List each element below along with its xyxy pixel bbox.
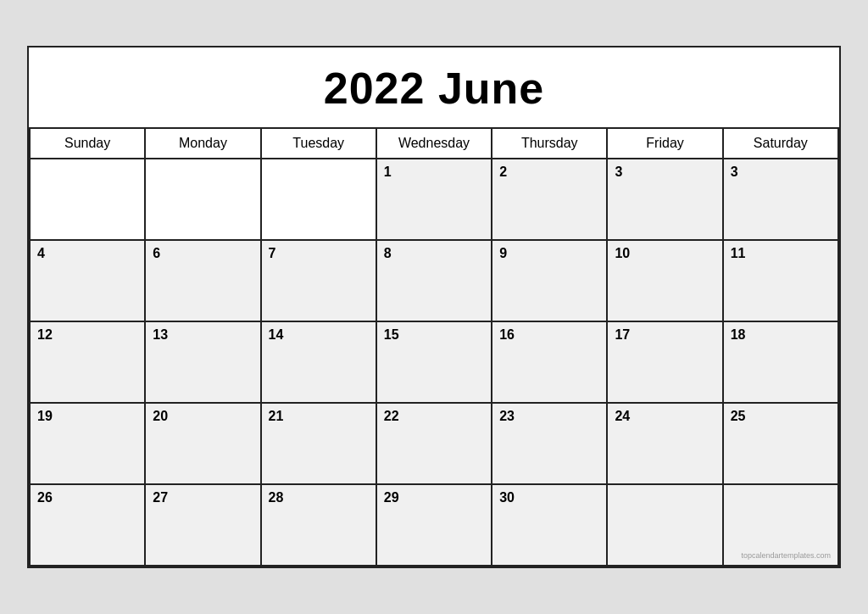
day-number: 3 [731,165,738,179]
day-number: 14 [269,327,284,342]
day-cell [146,159,261,241]
day-cell: 1 [377,159,492,241]
day-header-tuesday: Tuesday [262,129,377,159]
day-header-friday: Friday [608,129,723,159]
day-cell: 17 [608,322,723,404]
day-cell: 2 [492,159,608,241]
calendar: 2022 June SundayMondayTuesdayWednesdayTh… [27,46,841,568]
day-number: 28 [269,490,284,505]
day-cell: 21 [262,404,377,485]
day-number: 19 [37,409,53,423]
day-number: 9 [499,246,507,260]
day-number: 11 [731,246,746,260]
day-cell: 12 [31,322,146,404]
day-cell: 7 [262,241,377,322]
day-cell: 11 [724,241,839,322]
day-number: 30 [499,490,515,505]
day-number: 4 [37,246,45,260]
day-number: 20 [153,409,168,423]
day-cell: 3 [724,159,839,241]
day-number: 15 [384,327,399,342]
day-cell: 15 [377,322,492,404]
day-header-thursday: Thursday [492,129,608,159]
day-cell: 19 [31,404,146,485]
day-number: 26 [37,490,53,505]
day-cell: 14 [262,322,377,404]
day-cell: 6 [146,241,261,322]
day-cell: 9 [492,241,608,322]
day-number: 25 [731,409,746,423]
day-cell: 4 [31,241,146,322]
day-cell: 25 [724,404,839,485]
day-number: 6 [153,246,160,260]
day-cell: 8 [377,241,492,322]
day-cell: 27 [146,485,261,567]
day-number: 3 [615,165,622,179]
day-number: 29 [384,490,399,505]
day-cell: 22 [377,404,492,485]
day-header-sunday: Sunday [31,129,146,159]
day-cell: 24 [608,404,723,485]
day-cell: 23 [492,404,608,485]
day-number: 23 [499,409,515,423]
day-number: 1 [384,165,392,179]
day-number: 21 [269,409,284,423]
day-number: 10 [615,246,630,260]
calendar-title: 2022 June [29,47,839,129]
day-number: 12 [37,327,53,342]
day-number: 27 [153,490,168,505]
day-header-wednesday: Wednesday [377,129,492,159]
day-cell [608,485,723,567]
day-number: 16 [499,327,515,342]
day-cell: 13 [146,322,261,404]
day-cell: topcalendartemplates.com [724,485,839,567]
day-number: 8 [384,246,392,260]
day-cell: 29 [377,485,492,567]
day-cell: 26 [31,485,146,567]
day-number: 17 [615,327,630,342]
day-number: 7 [269,246,276,260]
day-number: 13 [153,327,168,342]
day-header-saturday: Saturday [724,129,839,159]
day-number: 2 [499,165,507,179]
watermark: topcalendartemplates.com [741,551,831,560]
day-cell: 18 [724,322,839,404]
day-cell [262,159,377,241]
day-cell: 16 [492,322,608,404]
day-number: 24 [615,409,630,423]
day-cell: 10 [608,241,723,322]
day-header-monday: Monday [146,129,261,159]
day-cell: 28 [262,485,377,567]
day-cell: 3 [608,159,723,241]
day-cell: 30 [492,485,608,567]
day-number: 22 [384,409,399,423]
calendar-grid: SundayMondayTuesdayWednesdayThursdayFrid… [29,129,839,567]
day-number: 18 [731,327,746,342]
day-cell [31,159,146,241]
day-cell: 20 [146,404,261,485]
